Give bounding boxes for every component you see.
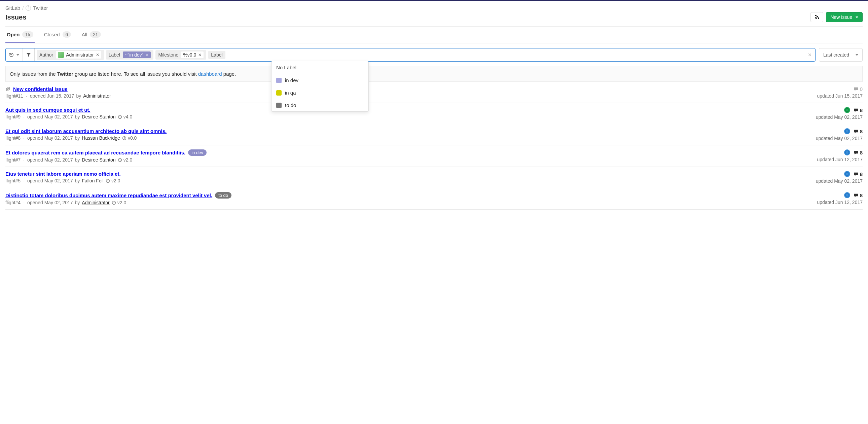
filter-token-label[interactable]: Label ~"in dev" ✕	[106, 50, 154, 60]
tab-open[interactable]: Open15	[5, 27, 35, 43]
token-key: Label	[211, 52, 222, 58]
issue-title-link[interactable]: Eius tenetur sint labore aperiam nemo of…	[5, 171, 121, 177]
label-option[interactable]: in dev	[272, 74, 368, 87]
comments-icon	[854, 129, 859, 134]
notice-text: Only issues from the	[10, 71, 57, 77]
issue-author[interactable]: Administrator	[83, 93, 111, 99]
issue-comments[interactable]: 8	[854, 192, 863, 198]
issue-title-link[interactable]: Aut quis in sed cumque sequi et ut.	[5, 107, 91, 113]
breadcrumb-group[interactable]: Twitter	[33, 5, 48, 11]
tab-label: All	[82, 32, 88, 37]
label-option-text: in dev	[285, 78, 299, 83]
issue-comments[interactable]: 0	[854, 86, 863, 92]
issue-title-link[interactable]: Et qui odit sint laborum accusantium arc…	[5, 128, 166, 134]
assignee-avatar[interactable]	[844, 128, 850, 134]
history-button[interactable]	[6, 49, 23, 61]
issue-label-pill[interactable]: to do	[215, 192, 231, 199]
issue-author[interactable]: Desiree Stanton	[82, 114, 115, 119]
filter-icon-button[interactable]	[23, 49, 35, 61]
issue-author[interactable]: Hassan Buckridge	[82, 135, 120, 141]
funnel-icon	[26, 53, 31, 57]
filter-token-milestone[interactable]: Milestone %v0.0 ✕	[155, 50, 206, 60]
label-option-none[interactable]: No Label	[272, 61, 368, 74]
comments-count: 8	[860, 192, 863, 198]
dashboard-link[interactable]: dashboard	[198, 71, 222, 77]
issue-comments[interactable]: 8	[854, 171, 863, 177]
sort-label: Last created	[823, 52, 849, 58]
issue-ref[interactable]: flight#7	[5, 157, 21, 162]
issue-title-link[interactable]: New confidential issue	[13, 86, 68, 92]
label-option[interactable]: in qa	[272, 87, 368, 99]
issue-milestone[interactable]: v4.0	[118, 114, 132, 119]
label-dropdown: No Label in devin qato do	[271, 61, 369, 112]
issue-ref[interactable]: flight#8	[5, 135, 21, 141]
issue-ref[interactable]: flight#11	[5, 93, 23, 99]
issue-row: Et qui odit sint laborum accusantium arc…	[5, 124, 863, 145]
clock-icon	[118, 158, 122, 162]
assignee-avatar[interactable]	[844, 171, 850, 177]
chevron-down-icon	[17, 54, 19, 56]
new-issue-button[interactable]: New issue	[826, 12, 863, 22]
label-option[interactable]: to do	[272, 99, 368, 111]
issue-by: by	[76, 93, 81, 99]
remove-token-icon[interactable]: ✕	[198, 53, 202, 57]
issue-milestone[interactable]: v2.0	[112, 200, 126, 205]
issue-updated: updated May 02, 2017	[816, 135, 863, 141]
issue-opened: opened May 02, 2017	[27, 200, 73, 205]
issue-title-link[interactable]: Distinctio totam doloribus ducimus autem…	[5, 192, 212, 198]
milestone-text: v2.0	[117, 200, 126, 205]
token-value: %v0.0	[183, 52, 196, 58]
assignee-avatar[interactable]	[844, 192, 850, 198]
issue-ref[interactable]: flight#4	[5, 200, 21, 205]
tab-closed[interactable]: Closed6	[43, 27, 72, 43]
notice-text: page.	[222, 71, 236, 77]
notice-text: group are listed here. To see all issues…	[73, 71, 198, 77]
issue-by: by	[75, 135, 80, 141]
label-swatch	[276, 78, 282, 83]
breadcrumb-separator: /	[22, 5, 24, 11]
token-value: ~"in dev"	[125, 52, 143, 58]
assignee-avatar[interactable]	[844, 107, 850, 113]
issue-opened: opened Jun 15, 2017	[30, 93, 74, 99]
breadcrumb-root[interactable]: GitLab	[5, 5, 20, 11]
filter-bar[interactable]: Author Administrator ✕ Label ~"in dev" ✕	[5, 48, 815, 62]
chevron-down-icon	[856, 54, 858, 56]
tab-count-badge: 15	[22, 31, 33, 38]
issue-author[interactable]: Fallon Feil	[82, 178, 104, 183]
issue-ref[interactable]: flight#5	[5, 178, 21, 183]
issue-updated: updated Jun 15, 2017	[817, 93, 863, 99]
comments-count: 8	[860, 150, 863, 155]
filter-token-label-pending[interactable]: Label	[208, 51, 225, 59]
issue-comments[interactable]: 8	[854, 150, 863, 155]
issue-milestone[interactable]: v0.0	[122, 135, 136, 141]
issue-ref[interactable]: flight#9	[5, 114, 21, 119]
tab-count-badge: 21	[90, 31, 101, 38]
issue-author[interactable]: Administrator	[82, 200, 109, 205]
issue-milestone[interactable]: v2.0	[118, 157, 132, 162]
comments-count: 8	[860, 128, 863, 134]
remove-token-icon[interactable]: ✕	[145, 53, 149, 57]
label-option-text: to do	[285, 102, 296, 108]
tab-all[interactable]: All21	[81, 27, 102, 43]
clear-filter-icon[interactable]: ✕	[808, 52, 812, 58]
token-key: Milestone	[158, 52, 178, 58]
issue-row: Distinctio totam doloribus ducimus autem…	[5, 188, 863, 210]
rss-button[interactable]	[810, 12, 823, 22]
assignee-avatar[interactable]	[844, 149, 850, 155]
issue-title-link[interactable]: Et dolores quaerat rem ea autem placeat …	[5, 150, 185, 155]
clock-icon	[106, 179, 110, 183]
comments-icon	[854, 87, 859, 92]
issue-author[interactable]: Desiree Stanton	[82, 157, 115, 162]
issue-opened: opened May 02, 2017	[27, 135, 73, 141]
issue-comments[interactable]: 8	[854, 128, 863, 134]
label-option-text: No Label	[276, 65, 297, 70]
issue-label-pill[interactable]: in dev	[188, 149, 207, 156]
remove-token-icon[interactable]: ✕	[96, 53, 99, 57]
milestone-text: v2.0	[123, 157, 132, 162]
new-issue-label: New issue	[830, 14, 852, 20]
filter-token-author[interactable]: Author Administrator ✕	[37, 50, 104, 60]
issue-milestone[interactable]: v2.0	[106, 178, 120, 183]
sort-dropdown[interactable]: Last created	[819, 48, 863, 62]
clock-icon	[118, 115, 122, 119]
issue-comments[interactable]: 8	[854, 107, 863, 113]
